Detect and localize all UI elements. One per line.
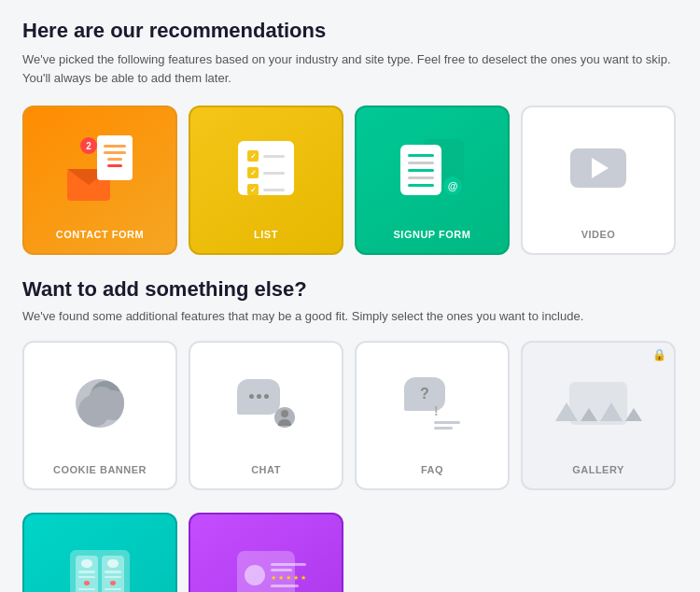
doc-line-4	[107, 164, 122, 167]
doc-line-1	[104, 145, 126, 148]
mountain-4	[625, 408, 642, 421]
list-row-3: ✓	[247, 184, 285, 195]
card-video[interactable]: VIDEO	[521, 106, 676, 255]
pricing-circle-2	[107, 559, 119, 569]
pricing-line-4	[105, 571, 121, 572]
pricing-line-5	[105, 576, 121, 578]
faq-icon: ? !	[404, 377, 460, 430]
card-icon-area	[523, 107, 674, 229]
chat-bubble	[237, 379, 280, 415]
card-icon-area: ★ ★ ★ ★ ★	[190, 514, 342, 593]
card-icon-area	[24, 343, 175, 464]
star-1: ★	[271, 574, 276, 582]
faq-line-1	[434, 421, 460, 424]
faq-line-2	[434, 427, 453, 430]
pricing-circle-1	[81, 559, 92, 569]
star-4: ★	[293, 574, 299, 582]
card-icon-area	[190, 343, 342, 464]
additional-cards-row-2: PRICING TABLE ★ ★ ★ ★ ★	[22, 513, 678, 593]
test-line-3	[271, 585, 299, 587]
recommended-cards-row: 2 CONTACT FORM ✓ ✓ ✓ LIST	[22, 106, 678, 255]
video-icon	[570, 148, 626, 188]
list-line-3	[263, 189, 285, 191]
list-row-2: ✓	[247, 167, 285, 178]
card-list[interactable]: ✓ ✓ ✓ LIST	[189, 106, 343, 255]
card-chat[interactable]: CHAT	[189, 341, 343, 490]
doc-front	[400, 145, 441, 195]
faq-question-mark: ?	[420, 386, 429, 402]
pricing-line-2	[78, 576, 95, 578]
chat-dot-1	[249, 394, 254, 399]
check-1: ✓	[247, 150, 259, 162]
card-testimonial[interactable]: ★ ★ ★ ★ ★ TESTIMONIAL	[189, 513, 343, 593]
card-label-faq: FAQ	[421, 464, 443, 475]
pricing-icon	[70, 550, 130, 593]
faq-lines: !	[434, 403, 460, 430]
card-cookie-banner[interactable]: COOKIE BANNER	[22, 341, 177, 490]
faq-exclaim: !	[434, 403, 439, 418]
chat-dot-2	[257, 394, 261, 399]
additional-cards-row: COOKIE BANNER CHAT ? !	[22, 341, 678, 490]
card-signup-form[interactable]: @ SIGNUP FORM	[355, 106, 510, 255]
pricing-line-1	[78, 571, 95, 572]
check-2: ✓	[247, 167, 259, 178]
mountain-1	[555, 402, 578, 421]
card-gallery[interactable]: 🔒 GALLERY	[521, 341, 676, 490]
card-icon-area: ? !	[357, 343, 508, 464]
card-faq[interactable]: ? ! FAQ	[355, 341, 510, 490]
notification-badge: 2	[80, 137, 97, 154]
pricing-col-1	[76, 556, 98, 593]
card-label-cookie: COOKIE BANNER	[53, 464, 147, 475]
gallery-icon	[569, 382, 627, 425]
recommendations-subtitle: We've picked the following features base…	[22, 50, 678, 87]
card-label-gallery: GALLERY	[572, 464, 624, 475]
card-pricing-table[interactable]: PRICING TABLE	[22, 513, 177, 593]
pricing-line-6	[105, 588, 121, 590]
card-contact-form[interactable]: 2 CONTACT FORM	[22, 106, 177, 255]
cookie-icon	[76, 379, 124, 428]
signup-icon: @	[400, 139, 464, 197]
chat-dot-3	[264, 394, 269, 399]
card-label-video: VIDEO	[581, 229, 616, 240]
signup-line-2	[408, 162, 434, 164]
list-row-1: ✓	[247, 150, 285, 162]
doc-line-2	[104, 151, 126, 154]
pricing-dot-1	[84, 581, 90, 585]
check-3: ✓	[247, 184, 259, 195]
pricing-dot-2	[110, 581, 116, 585]
list-line-1	[263, 155, 285, 158]
signup-line-1	[408, 154, 434, 157]
lock-icon: 🔒	[652, 348, 666, 361]
signup-line-5	[408, 184, 434, 187]
mountain-3	[600, 402, 623, 421]
star-3: ★	[286, 574, 291, 582]
test-line-1	[271, 563, 306, 566]
doc-shape	[97, 135, 133, 180]
chat-icon	[237, 379, 295, 428]
play-triangle	[592, 158, 609, 178]
list-line-2	[263, 172, 285, 175]
card-icon-area	[24, 514, 175, 593]
addmore-title: Want to add something else?	[22, 277, 678, 302]
card-icon-area: @	[357, 107, 508, 229]
card-label-contact-form: CONTACT FORM	[56, 229, 144, 240]
test-line-2	[271, 569, 292, 571]
card-icon-area: 2	[24, 107, 175, 229]
card-label-chat: CHAT	[251, 464, 281, 475]
signup-line-4	[408, 176, 434, 179]
star-2: ★	[278, 574, 284, 582]
pricing-line-3	[78, 588, 95, 590]
chat-avatar	[274, 407, 295, 428]
card-icon-area	[523, 343, 674, 464]
at-circle: @	[443, 176, 462, 195]
mountain-2	[581, 408, 597, 421]
pricing-col-2	[102, 556, 124, 593]
testimonial-content: ★ ★ ★ ★ ★	[271, 563, 306, 587]
star-rating: ★ ★ ★ ★ ★	[271, 574, 306, 582]
star-5: ★	[301, 574, 306, 582]
contact-form-icon: 2	[67, 135, 133, 201]
doc-line-3	[107, 158, 122, 161]
signup-line-3	[408, 169, 434, 172]
list-icon: ✓ ✓ ✓	[238, 141, 294, 195]
addmore-subtitle: We've found some additional features tha…	[22, 307, 678, 326]
